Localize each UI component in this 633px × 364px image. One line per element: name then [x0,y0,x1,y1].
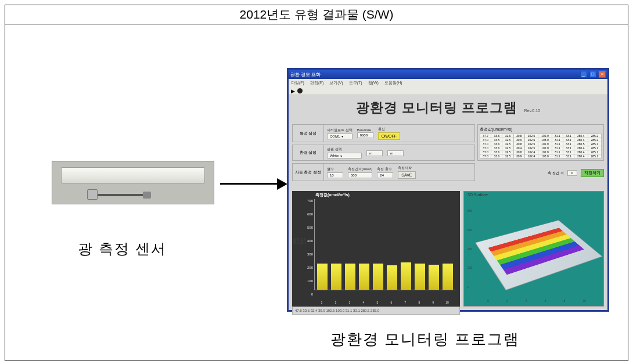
sensor-panel-body: 시리얼포트 선택 COM1 Baudrate 9600 통신 ON/OFF [324,124,475,142]
port-field: 시리얼포트 선택 COM1 [327,128,353,139]
table-cell: 37.0 [480,150,491,154]
unit2-input[interactable]: m [387,150,404,156]
save2-button[interactable]: 저장하기 [581,169,604,177]
minimize-icon[interactable]: _ [580,71,587,78]
toolbar-run-icon[interactable]: ▶ [291,88,295,94]
port-select[interactable]: COM1 [327,134,353,139]
chart-area: 측정값(umol/m²/s) 광량센서 측정결과 700600500400300… [292,191,604,307]
menu-view[interactable]: 보기(V) [329,80,343,86]
bars-area [314,199,455,290]
table-cell: 103.0 [538,138,552,142]
table-cell: 32.5 [502,150,513,154]
unit1-input[interactable]: m [366,150,383,156]
env-panel-body: 광원 선택 White m m [324,145,475,161]
action-label: 측정시작 [398,165,415,171]
table-cell: 280.4 [574,146,588,150]
mode-select[interactable]: White [327,153,362,158]
table-cell: 37.0 [480,146,491,150]
table-cell: 32.6 [502,134,513,138]
close-icon[interactable]: × [599,71,606,78]
table-cell: 30.8 [513,150,524,154]
table-cell: 30.9 [513,154,524,158]
surface-chart-wrap: 3D Surface 800 [463,191,604,307]
cable-plug [143,192,151,199]
surface-chart: 3D Surface 800 [463,191,604,307]
table-cell: 102.4 [524,154,538,158]
table-cell: 280.4 [574,134,588,138]
maximize-icon[interactable]: □ [589,71,596,78]
bar-chart: 측정값(umol/m²/s) 광량센서 측정결과 700600500400300… [292,191,460,307]
dist-input[interactable]: 0 [567,170,577,176]
table-cell: 102.9 [538,146,552,150]
bar [359,264,369,290]
bar-chart-wrap: 측정값(umol/m²/s) 광량센서 측정결과 700600500400300… [292,191,460,307]
menu-file[interactable]: 파일(F) [291,80,304,86]
cable-connector [87,189,98,200]
toolbar-stop-icon[interactable] [297,88,303,93]
table-cell: 103.0 [538,154,552,158]
app-window: 광환 경모 프화 _ □ × 파일(F) 편집(E) 보기(V) 도구(T) 창… [287,68,609,312]
table-cell: 32.5 [502,142,513,146]
menu-window[interactable]: 창(W) [368,80,379,86]
bar [373,264,383,290]
sensor-panel: 특성 설정 시리얼포트 선택 COM1 Baudrate 9600 [292,124,475,142]
table-cell: 33.6 [491,150,502,154]
table-cell: 280.4 [574,150,588,154]
bar [429,265,439,290]
auto-panel: 자동 측정 설정 열수 10 측정간격(msec) 500 [292,163,475,181]
sensor-cable [87,190,151,201]
table-cell: 33.1 [563,142,574,146]
interval-field: 측정간격(msec) 500 [348,167,372,178]
table-cell: 31.1 [552,154,563,158]
sensor-panel-label: 특성 설정 [292,124,324,142]
table-cell: 285.1 [588,150,601,154]
table-cell: 102.9 [538,142,552,146]
mode-label: 광원 선택 [327,147,362,152]
table-cell: 280.4 [574,138,588,142]
dist-label: 측 정간 격 [548,171,563,176]
bar-y-ticks: 7006005004003002001000 [303,199,313,296]
frame-body: 광 측정 센서 광환경 모니터링 프로그램 광환 경모 프화 _ □ × 파일(… [5,24,628,361]
frame-header: 2012년도 유형 결과물 (S/W) [5,5,628,24]
table-cell: 285.2 [588,138,601,142]
menu-bar[interactable]: 파일(F) 편집(E) 보기(V) 도구(T) 창(W) 도움말(H) [289,79,607,87]
surface-z-ticks: 800 600 400 200 0 [467,209,472,289]
table-cell: 32.5 [502,154,513,158]
save-button[interactable]: SAVE [398,171,415,179]
table-cell: 30.8 [513,134,524,138]
x-tick: 3 [344,301,355,304]
table-cell: 33.1 [563,150,574,154]
action-field: 측정시작 SAVE [398,165,415,179]
window-title-bar[interactable]: 광환 경모 프화 _ □ × [289,70,607,79]
table-cell: 33.6 [491,142,502,146]
menu-tools[interactable]: 도구(T) [349,80,362,86]
mode-field: 광원 선택 White [327,147,362,158]
x-tick: 8 [414,301,425,304]
surface-x-ticks: 0 2 4 6 8 10 [487,299,586,302]
tool-bar: ▶ [289,87,607,95]
x-tick: 1 [316,301,327,304]
table-cell: 102.5 [524,142,538,146]
table-cell: 280.5 [574,142,588,146]
cols-input[interactable]: 10 [327,172,343,178]
bar [317,264,328,290]
times-input[interactable]: 24 [377,172,393,178]
bar [387,265,397,290]
baud-field: Baudrate 9600 [357,128,373,138]
menu-help[interactable]: 도움말(H) [384,80,402,86]
baud-input[interactable]: 9600 [357,132,373,138]
app-body: 광환경 모니터링 프로그램 Rev.0.10 특성 설정 시리얼포트 선택 CO… [289,95,607,310]
table-cell: 32.5 [502,138,513,142]
program-caption: 광환경 모니터링 프로그램 [330,329,520,349]
unit2-field: m [387,150,404,156]
onoff-button[interactable]: ON/OFF [378,132,400,140]
page: 2012년도 유형 결과물 (S/W) 광 측정 센서 광환경 모니터링 프로그… [0,0,633,364]
menu-edit[interactable]: 편집(E) [310,80,323,86]
arrow-head-icon [277,178,287,190]
app-revision: Rev.0.10 [524,109,541,113]
table-cell: 37.7 [480,134,491,138]
unit1-field: m [366,150,383,156]
table-cell: 37.0 [480,154,491,158]
interval-input[interactable]: 500 [348,172,372,178]
app-main-title: 광환경 모니터링 프로그램 [356,99,517,117]
